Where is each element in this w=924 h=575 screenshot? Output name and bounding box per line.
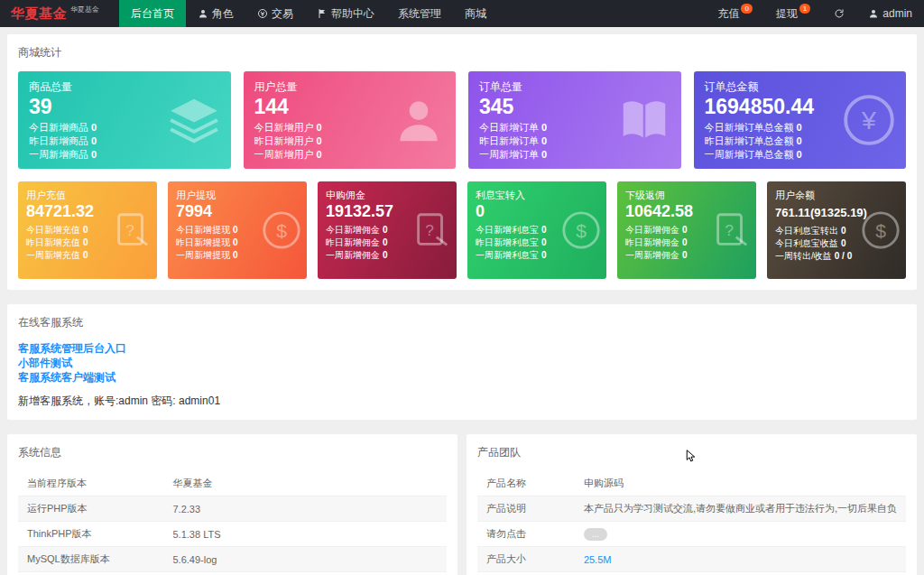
stat-card-order-amount: 订单总金额 1694850.44 今日新增订单总金额0 昨日新增订单总金额0 一… <box>694 71 907 169</box>
book-icon <box>616 92 672 148</box>
mall-stats-panel: 商城统计 商品总量 39 今日新增商品0 昨日新增商品0 一周新增商品0 用户总… <box>7 34 917 290</box>
system-info-table: 当前程序版本华夏基金 运行PHP版本7.2.33 ThinkPHP版本5.1.3… <box>18 471 447 575</box>
page-content: 商城统计 商品总量 39 今日新增商品0 昨日新增商品0 一周新增商品0 用户总… <box>0 27 924 575</box>
panel-title: 商城统计 <box>18 45 906 60</box>
svg-text:$: $ <box>875 220 886 241</box>
stat-title: 利息宝转入 <box>476 189 598 202</box>
do-not-click-pill[interactable]: ... <box>584 528 607 541</box>
brand-subtitle: 华夏基金 <box>70 5 99 14</box>
stat-card-user-recharge: 用户充值 84721.32 今日新增充值0 昨日新增充值0 一周新增充值0 ? <box>18 181 157 279</box>
product-team-table: 产品名称申购源码 产品说明本产品只为学习测试交流,请勿要做商业或者用于违法行为,… <box>477 471 906 575</box>
person-icon <box>391 92 447 148</box>
stat-title: 用户充值 <box>26 189 149 202</box>
stat-title: 用户提现 <box>176 189 299 202</box>
stat-card-user-balance: 用户余额 761.11(91325.19) 今日利息宝转出0 今日利息宝收益0 … <box>767 181 906 279</box>
small-stat-grid: 用户充值 84721.32 今日新增充值0 昨日新增充值0 一周新增充值0 ? … <box>18 181 906 279</box>
person-icon <box>868 8 879 19</box>
table-row: 请勿点击... <box>477 522 906 547</box>
main-menu: 后台首页 角色 交易 帮助中心 系统管理 商城 <box>119 0 498 27</box>
big-stat-grid: 商品总量 39 今日新增商品0 昨日新增商品0 一周新增商品0 用户总量 144… <box>18 71 906 169</box>
brand-name: 华夏基金 <box>11 5 67 23</box>
nav-item-roles[interactable]: 角色 <box>186 0 245 27</box>
nav-item-trade[interactable]: 交易 <box>245 0 305 27</box>
table-row: 产品名称申购源码 <box>477 471 906 496</box>
service-account-note: 新增客服系统，账号:admin 密码: admin01 <box>18 394 906 409</box>
service-admin-entry-link[interactable]: 客服系统管理后台入口 <box>18 341 906 356</box>
stat-card-interest-in: 利息宝转入 0 今日新增利息宝0 昨日新增利息宝0 一周新增利息宝0 $ <box>467 181 606 279</box>
dollar-circle-icon: $ <box>860 209 901 251</box>
refresh-button[interactable] <box>822 0 856 27</box>
svg-text:?: ? <box>725 221 734 239</box>
table-row: 运行PHP版本7.2.33 <box>18 496 447 522</box>
table-row: 产品大小25.5M <box>477 547 906 572</box>
flag-icon <box>317 8 328 19</box>
withdraw-link[interactable]: 提现 1 <box>764 0 822 27</box>
svg-text:$: $ <box>276 220 287 241</box>
person-icon <box>198 8 208 19</box>
table-row: 服务器操作系统Linux <box>18 572 447 575</box>
svg-text:?: ? <box>425 221 434 239</box>
nav-item-help-center[interactable]: 帮助中心 <box>305 0 386 27</box>
panel-title: 产品团队 <box>477 445 906 460</box>
stat-card-user-withdraw: 用户提现 7994 今日新增提现0 昨日新增提现0 一周新增提现0 $ <box>168 181 307 279</box>
table-row: MySQL数据库版本5.6.49-log <box>18 547 447 572</box>
customer-service-panel: 在线客服系统 客服系统管理后台入口 小部件测试 客服系统客户端测试 新增客服系统… <box>7 304 917 420</box>
stat-sub: 一周新增订单0 <box>479 148 670 162</box>
stat-sub: 一周转出/收益0 / 0 <box>775 250 898 263</box>
question-doc-icon: ? <box>111 209 152 251</box>
stat-card-purchase-commission: 申购佣金 19132.57 今日新增佣金0 昨日新增佣金0 一周新增佣金0 ? <box>318 181 457 279</box>
question-doc-icon: ? <box>710 209 752 251</box>
stat-title: 申购佣金 <box>326 189 448 202</box>
table-row: 当前程序版本华夏基金 <box>18 471 447 496</box>
brand-logo[interactable]: 华夏基金 华夏基金 <box>0 0 110 27</box>
product-size-link[interactable]: 25.5M <box>584 554 612 565</box>
stat-card-users-total: 用户总量 144 今日新增用户0 昨日新增用户0 一周新增用户0 <box>244 71 457 169</box>
stat-title: 下级返佣 <box>625 189 748 202</box>
stat-title: 用户余额 <box>775 189 898 202</box>
nav-item-home[interactable]: 后台首页 <box>119 0 186 27</box>
coin-icon <box>257 8 268 19</box>
admin-menu[interactable]: admin <box>856 0 924 27</box>
stat-card-orders-total: 订单总量 345 今日新增订单0 昨日新增订单0 一周新增订单0 <box>468 71 681 169</box>
navbar-right: 充值 0 提现 1 admin <box>706 0 924 27</box>
table-row: 产品说明本产品只为学习测试交流,请勿要做商业或者用于违法行为,一切后果自负 <box>477 496 906 522</box>
dollar-circle-icon: $ <box>560 209 602 251</box>
panel-title: 在线客服系统 <box>18 315 906 330</box>
stat-card-goods-total: 商品总量 39 今日新增商品0 昨日新增商品0 一周新增商品0 <box>18 71 231 169</box>
service-client-test-link[interactable]: 客服系统客户端测试 <box>18 370 906 385</box>
system-info-panel: 系统信息 当前程序版本华夏基金 运行PHP版本7.2.33 ThinkPHP版本… <box>7 434 457 575</box>
layers-icon <box>166 92 222 148</box>
table-row: 数据库mysql <box>477 572 906 575</box>
widget-test-link[interactable]: 小部件测试 <box>18 356 906 370</box>
question-doc-icon: ? <box>411 209 452 251</box>
svg-text:$: $ <box>576 220 587 241</box>
recharge-badge: 0 <box>741 4 752 14</box>
nav-item-system-admin[interactable]: 系统管理 <box>386 0 453 27</box>
stat-sub: 一周新增订单总金额0 <box>705 148 896 162</box>
stat-card-sub-rebate: 下级返佣 10642.58 今日新增佣金0 昨日新增佣金0 一周新增佣金0 ? <box>617 181 756 279</box>
withdraw-badge: 1 <box>799 4 810 14</box>
svg-text:¥: ¥ <box>861 106 876 134</box>
stat-sub: 一周新增用户0 <box>254 148 446 162</box>
bottom-grid: 系统信息 当前程序版本华夏基金 运行PHP版本7.2.33 ThinkPHP版本… <box>7 434 917 575</box>
nav-item-mall[interactable]: 商城 <box>453 0 498 27</box>
refresh-icon <box>834 8 845 19</box>
svg-text:?: ? <box>125 221 134 239</box>
stat-sub: 一周新增商品0 <box>29 148 220 162</box>
top-navbar: 华夏基金 华夏基金 后台首页 角色 交易 帮助中心 系统管理 商城 充值 0 提… <box>0 0 924 27</box>
product-team-panel: 产品团队 产品名称申购源码 产品说明本产品只为学习测试交流,请勿要做商业或者用于… <box>467 434 917 575</box>
table-row: ThinkPHP版本5.1.38 LTS <box>18 522 447 547</box>
yen-circle-icon: ¥ <box>841 92 897 148</box>
panel-title: 系统信息 <box>18 445 447 460</box>
dollar-circle-icon: $ <box>261 209 302 251</box>
recharge-link[interactable]: 充值 0 <box>706 0 763 27</box>
